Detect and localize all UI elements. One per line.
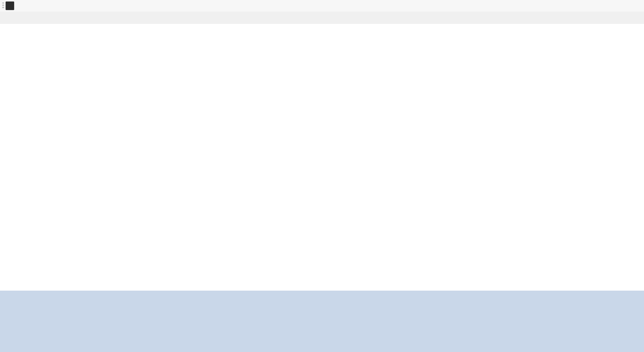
- toolbar: [0, 12, 644, 24]
- main-area: [0, 24, 644, 291]
- menu-bar: [0, 0, 644, 12]
- app-logo: [6, 2, 14, 10]
- menu-drag-grip[interactable]: [2, 3, 4, 9]
- statistics-dock: [0, 291, 644, 352]
